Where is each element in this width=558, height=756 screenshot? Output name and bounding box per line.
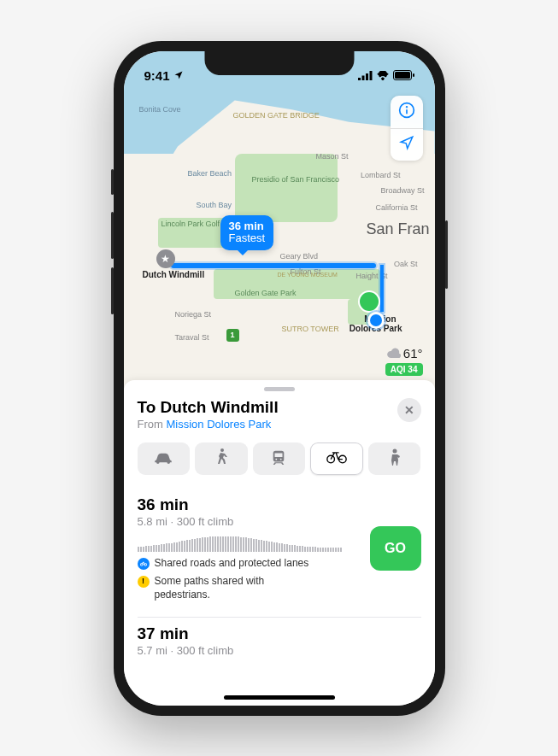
map-park-presidio [235, 154, 338, 222]
map-label-sutro: SUTRO TOWER [282, 325, 339, 333]
transit-icon [271, 449, 286, 468]
svg-rect-1 [361, 76, 364, 81]
elevation-profile [138, 535, 358, 552]
route-polyline-segment [380, 265, 384, 312]
svg-rect-3 [369, 71, 372, 80]
map-label-presidio: Presidio of San Francisco [252, 175, 340, 184]
svg-point-14 [280, 458, 282, 460]
svg-point-9 [406, 106, 407, 107]
aqi-badge: AQI 34 [385, 363, 423, 376]
warning-badge-icon: ! [138, 576, 150, 588]
close-icon: ✕ [404, 403, 414, 417]
star-icon: ★ [161, 253, 170, 265]
battery-icon [393, 68, 414, 83]
map-route-shield: 1 [226, 329, 239, 342]
mode-transit-button[interactable] [253, 442, 306, 475]
route-callout-label: Fastest [229, 232, 266, 245]
map-label-bonita-cove: Bonita Cove [139, 105, 181, 114]
map-label-deyoung: DE YOUNG MUSEUM [278, 272, 338, 278]
svg-point-13 [276, 458, 278, 460]
svg-point-10 [220, 448, 224, 452]
svg-point-17 [392, 448, 396, 453]
close-button[interactable]: ✕ [397, 398, 421, 422]
route-meta: 5.8 mi · 300 ft climb [138, 515, 358, 528]
from-prefix: From [138, 418, 167, 431]
map-label-mason: Mason St [316, 152, 349, 161]
map-label-south-bay: South Bay [197, 201, 232, 209]
route-callout-time: 36 min [229, 220, 266, 233]
temperature-value: 61° [403, 346, 423, 360]
map-label-noriega: Noriega St [175, 310, 212, 319]
map-controls [391, 96, 423, 161]
from-location-link[interactable]: Mission Dolores Park [166, 418, 271, 431]
svg-rect-6 [413, 73, 414, 77]
sheet-title: To Dutch Windmill [138, 398, 279, 417]
map-canvas[interactable]: Bonita Cove GOLDEN GATE BRIDGE Baker Bea… [124, 51, 435, 393]
locate-button[interactable] [391, 128, 423, 161]
rideshare-icon [389, 448, 401, 469]
current-location-dot [370, 314, 382, 326]
car-icon [154, 450, 173, 467]
go-label: GO [385, 541, 406, 556]
route-meta: 5.7 mi · 300 ft climb [138, 644, 421, 657]
svg-rect-0 [358, 78, 361, 80]
map-label-broadway: Broadway St [380, 186, 424, 195]
advisory-text-2: Some paths shared with pedestrians. [155, 575, 300, 601]
cloud-icon [387, 346, 401, 360]
status-time: 9:41 [144, 68, 170, 83]
home-indicator[interactable] [224, 695, 335, 700]
location-arrow-icon [399, 135, 414, 154]
bicycle-icon [326, 450, 347, 467]
origin-pin[interactable]: ★ [156, 249, 175, 268]
mode-walk-button[interactable] [195, 442, 248, 475]
phone-device-frame: 9:41 Bonit [114, 41, 445, 716]
power-button [445, 220, 448, 289]
volume-up-button [111, 212, 114, 259]
mode-rideshare-button[interactable] [368, 442, 421, 475]
route-option-1[interactable]: 36 min 5.8 mi · 300 ft climb Shared road… [138, 489, 421, 614]
route-callout[interactable]: 36 min Fastest [220, 215, 274, 251]
route-time: 36 min [138, 495, 358, 514]
map-label-baker-beach: Baker Beach [188, 169, 232, 178]
advisory-text-1: Shared roads and protected lanes [155, 557, 309, 571]
map-label-gg-park: Golden Gate Park [235, 289, 297, 297]
map-label-gg-bridge: GOLDEN GATE BRIDGE [233, 111, 320, 120]
map-label-lombard: Lombard St [361, 171, 401, 179]
map-label-california: California St [375, 203, 417, 212]
mute-switch [111, 169, 114, 195]
mode-drive-button[interactable] [138, 442, 191, 475]
wifi-icon [376, 68, 390, 83]
transport-mode-selector [138, 442, 421, 475]
map-label-oak: Oak St [394, 260, 418, 268]
bike-badge-icon [138, 558, 150, 570]
weather-widget[interactable]: 61° AQI 34 [385, 346, 423, 376]
svg-rect-2 [366, 73, 368, 80]
location-arrow-icon [173, 68, 184, 83]
route-time: 37 min [138, 624, 421, 643]
map-label-city: San Fran [366, 220, 429, 238]
directions-sheet[interactable]: To Dutch Windmill From Mission Dolores P… [124, 380, 435, 706]
origin-pin-label: Dutch Windmill [143, 270, 205, 279]
route-polyline [171, 263, 376, 268]
map-label-taraval: Taraval St [175, 333, 209, 342]
mode-cycle-button[interactable] [310, 442, 363, 475]
route-option-2[interactable]: 37 min 5.7 mi · 300 ft climb [138, 617, 421, 669]
volume-down-button [111, 267, 114, 314]
screen: 9:41 Bonit [124, 51, 435, 706]
sheet-subtitle: From Mission Dolores Park [138, 418, 279, 431]
destination-pin[interactable] [360, 292, 379, 311]
info-icon [398, 102, 415, 122]
notch [204, 51, 354, 75]
walk-icon [215, 448, 227, 469]
svg-rect-12 [275, 453, 283, 457]
map-label-geary: Geary Blvd [280, 252, 319, 261]
info-button[interactable] [391, 96, 423, 128]
svg-rect-5 [395, 72, 410, 79]
go-button[interactable]: GO [370, 526, 421, 571]
sheet-grabber[interactable] [264, 387, 295, 391]
cellular-signal-icon [358, 68, 373, 83]
